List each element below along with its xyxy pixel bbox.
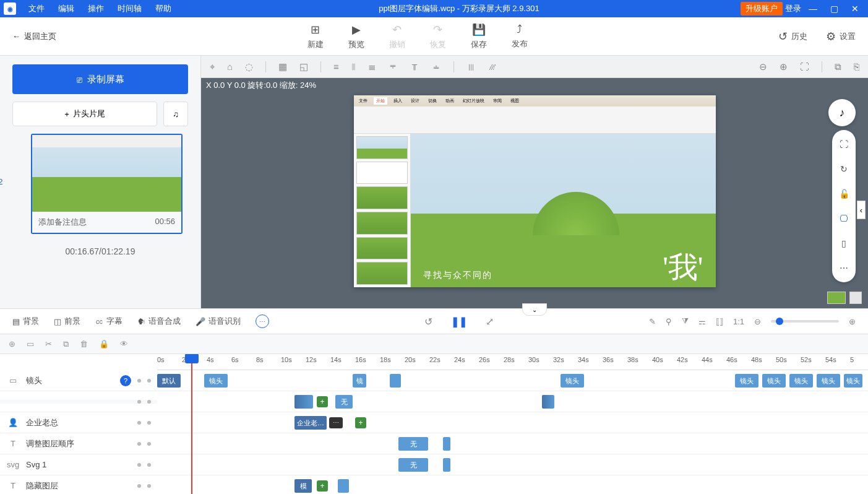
timeline-ruler[interactable]: 0s2s4s6s8s10s12s14s16s18s20s22s24s26s28s… bbox=[157, 354, 868, 370]
lock-icon[interactable]: 🔒 bbox=[99, 339, 109, 349]
zoom-in-tl-icon[interactable]: ⊕ bbox=[849, 317, 856, 326]
clip-shot-1[interactable]: 镜头 bbox=[204, 374, 228, 388]
duplicate-icon[interactable]: ⧉ bbox=[63, 339, 69, 349]
align-bottom-icon[interactable]: ⫨ bbox=[432, 61, 441, 72]
menu-action[interactable]: 操作 bbox=[82, 3, 110, 14]
clip-none-1[interactable]: 无 bbox=[335, 395, 353, 409]
clip-ceo[interactable]: 企业老… bbox=[294, 416, 327, 430]
clip-marker-3[interactable] bbox=[338, 479, 349, 493]
rewind-icon[interactable]: ↺ bbox=[424, 316, 432, 327]
login-button[interactable]: 登录 bbox=[785, 3, 801, 14]
align-left-icon[interactable]: ≡ bbox=[333, 61, 339, 72]
tab-foreground[interactable]: ◫前景 bbox=[54, 316, 80, 327]
expand-icon[interactable]: ⤢ bbox=[486, 316, 494, 327]
copy-icon[interactable]: ⧉ bbox=[835, 61, 841, 72]
eye-icon[interactable]: 👁 bbox=[120, 339, 128, 349]
record-screen-button[interactable]: ⎚ 录制屏幕 bbox=[12, 64, 188, 94]
redo-button[interactable]: ↷恢复 bbox=[430, 23, 446, 50]
tab-more-button[interactable]: ⋯ bbox=[256, 314, 269, 328]
tab-asr[interactable]: 🎤语音识别 bbox=[196, 316, 241, 327]
cut-icon[interactable]: ✂ bbox=[45, 339, 52, 349]
clip-shot-8[interactable]: 镜头 bbox=[817, 374, 840, 388]
filter-icon[interactable]: ⧩ bbox=[682, 316, 689, 326]
menu-timeline[interactable]: 时间轴 bbox=[111, 3, 148, 14]
canvas-viewport[interactable]: 文件开始插入设计切换动画幻灯片放映审阅视图 寻找与众不同的 '我' ♪ ⛶ ↻ bbox=[201, 93, 868, 308]
clip-none-2[interactable]: 无 bbox=[398, 437, 428, 451]
color-swatch[interactable] bbox=[827, 292, 846, 304]
scene-thumbnail[interactable]: 添加备注信息 00:56 bbox=[31, 134, 183, 234]
clip-menu[interactable]: ⋯ bbox=[329, 417, 343, 428]
add-keyframe-1[interactable]: + bbox=[317, 396, 328, 407]
focus-icon[interactable]: ◱ bbox=[299, 61, 308, 72]
preview-button[interactable]: ▶预览 bbox=[348, 23, 364, 50]
edit-icon[interactable]: ✎ bbox=[649, 317, 656, 326]
zoom-out-icon[interactable]: ⊖ bbox=[759, 61, 767, 72]
floating-music-button[interactable]: ♪ bbox=[828, 99, 856, 126]
more-icon[interactable]: ⋯ bbox=[836, 260, 852, 276]
new-button[interactable]: ⊞新建 bbox=[307, 23, 324, 50]
clip-none-3[interactable]: 无 bbox=[398, 458, 428, 472]
clip-shot-5[interactable]: 镜头 bbox=[735, 374, 758, 388]
clip-marker-1[interactable] bbox=[443, 437, 450, 451]
add-track-icon[interactable]: ⊕ bbox=[9, 339, 15, 349]
head-tail-button[interactable]: +片头片尾 bbox=[12, 102, 157, 126]
zoom-slider[interactable] bbox=[771, 320, 839, 323]
menu-edit[interactable]: 编辑 bbox=[52, 3, 80, 14]
maximize-icon[interactable]: ▢ bbox=[825, 4, 843, 14]
fullscreen-icon[interactable]: ⛶ bbox=[836, 136, 852, 152]
clip-shot-4[interactable]: 镜头 bbox=[561, 374, 584, 388]
help-icon[interactable]: ? bbox=[120, 375, 131, 386]
collapse-canvas-button[interactable]: ⌄ bbox=[522, 303, 547, 316]
distribute-v-icon[interactable]: ⫻ bbox=[488, 61, 497, 72]
upgrade-button[interactable]: 升级账户 bbox=[741, 2, 783, 15]
distribute-h-icon[interactable]: ⫼ bbox=[466, 61, 476, 72]
clip-mo[interactable]: 模 bbox=[294, 479, 312, 493]
ratio-icon[interactable]: 1:1 bbox=[733, 317, 744, 326]
undo-button[interactable]: ↶撤销 bbox=[389, 23, 405, 50]
zoom-out-tl-icon[interactable]: ⊖ bbox=[754, 317, 761, 326]
slide-preview[interactable]: 文件开始插入设计切换动画幻灯片放映审阅视图 寻找与众不同的 '我' bbox=[354, 95, 716, 287]
save-button[interactable]: 💾保存 bbox=[471, 23, 487, 50]
clip-transition-2[interactable] bbox=[542, 395, 554, 409]
circle-icon[interactable]: ◌ bbox=[245, 61, 253, 72]
back-home-button[interactable]: ← 返回主页 bbox=[12, 31, 56, 42]
thumbnail-note[interactable]: 添加备注信息 bbox=[38, 217, 87, 228]
align-right-icon[interactable]: ≣ bbox=[368, 61, 376, 72]
pause-icon[interactable]: ❚❚ bbox=[451, 316, 467, 327]
align-middle-icon[interactable]: ⫪ bbox=[410, 61, 419, 72]
minimize-icon[interactable]: — bbox=[804, 4, 822, 14]
align-center-icon[interactable]: ⫴ bbox=[351, 61, 356, 72]
menu-help[interactable]: 帮助 bbox=[149, 3, 178, 14]
clip-default[interactable]: 默认 bbox=[157, 374, 181, 388]
anchor-icon[interactable]: ⌖ bbox=[210, 61, 215, 72]
clip-shot-2[interactable]: 镜 bbox=[353, 374, 366, 388]
align-top-icon[interactable]: ⫧ bbox=[389, 61, 398, 72]
add-keyframe-3[interactable]: + bbox=[317, 480, 328, 492]
clip-shot-9[interactable]: 镜头 bbox=[844, 374, 862, 388]
adjust-icon[interactable]: ⚎ bbox=[698, 317, 706, 326]
mobile-icon[interactable]: ▯ bbox=[836, 235, 852, 251]
monitor-icon[interactable]: 🖵 bbox=[836, 210, 852, 227]
clip-shot-3[interactable] bbox=[390, 374, 401, 388]
tab-background[interactable]: ▤背景 bbox=[12, 316, 39, 327]
playhead[interactable] bbox=[191, 354, 192, 494]
expand-right-icon[interactable]: ‹ bbox=[857, 201, 866, 219]
bracket-icon[interactable]: ⟦⟧ bbox=[716, 317, 723, 326]
tab-subtitle[interactable]: ㏄字幕 bbox=[95, 316, 122, 327]
history-button[interactable]: ↺历史 bbox=[778, 30, 807, 43]
close-icon[interactable]: ✕ bbox=[846, 4, 864, 14]
add-keyframe-2[interactable]: + bbox=[355, 417, 366, 428]
menu-file[interactable]: 文件 bbox=[22, 3, 51, 14]
crop-icon[interactable]: ▦ bbox=[278, 61, 287, 72]
clip-shot-7[interactable]: 镜头 bbox=[789, 374, 813, 388]
home-icon[interactable]: ⌂ bbox=[227, 61, 233, 72]
unlock-icon[interactable]: 🔓 bbox=[836, 186, 852, 202]
paste-icon[interactable]: ⎘ bbox=[854, 61, 859, 72]
fit-icon[interactable]: ⛶ bbox=[800, 61, 809, 72]
clip-shot-6[interactable]: 镜头 bbox=[762, 374, 786, 388]
clip-marker-2[interactable] bbox=[443, 458, 450, 472]
publish-button[interactable]: ⤴发布 bbox=[512, 23, 528, 50]
delete-icon[interactable]: 🗑 bbox=[80, 339, 88, 349]
tab-tts[interactable]: 🗣语音合成 bbox=[137, 316, 181, 327]
clip-transition-1[interactable] bbox=[294, 395, 313, 409]
